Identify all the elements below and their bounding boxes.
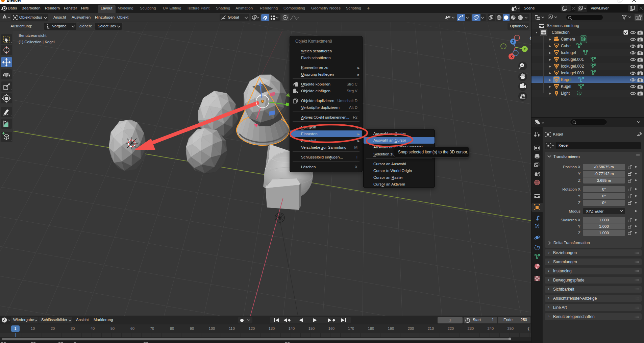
svg-text:X: X — [511, 55, 513, 58]
svg-text:ICM: ICM — [581, 39, 585, 41]
svg-text:Z: Z — [512, 40, 514, 44]
svg-text:Y: Y — [524, 47, 526, 51]
